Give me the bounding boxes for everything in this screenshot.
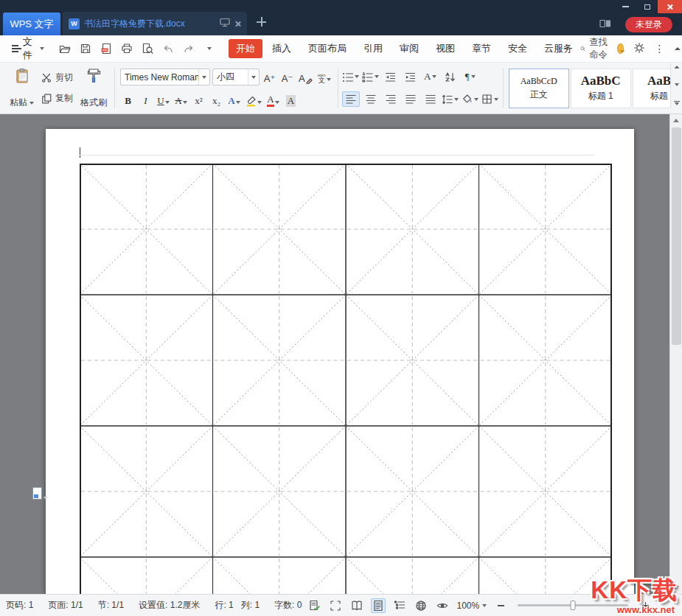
zoom-out-button[interactable] xyxy=(493,598,508,613)
text-tools-button[interactable]: A xyxy=(422,69,439,85)
tab-view[interactable]: 视图 xyxy=(428,39,462,58)
print-preview-button[interactable] xyxy=(139,40,156,57)
clipboard-group: 粘贴 剪切 复制 格式刷 xyxy=(0,63,112,113)
style-card-heading1[interactable]: AaBbC 标题 1 xyxy=(571,69,631,108)
style-preview: AaBbCcD xyxy=(521,76,557,87)
tab-close-icon[interactable] xyxy=(234,21,241,27)
document-page[interactable] xyxy=(46,129,634,594)
style-card-heading2[interactable]: AaBb 标题 2 xyxy=(633,69,670,108)
spellcheck-icon[interactable] xyxy=(309,598,321,613)
close-button[interactable] xyxy=(658,0,682,13)
font-size-dropdown-icon[interactable] xyxy=(248,69,259,85)
status-word-count[interactable]: 字数: 0 xyxy=(274,599,302,612)
align-center-button[interactable] xyxy=(362,91,380,107)
status-section: 节: 1/1 xyxy=(98,599,124,612)
find-command-button[interactable]: 查找命令 xyxy=(580,36,608,61)
zoom-level-button[interactable]: 100% xyxy=(456,601,487,611)
floating-page-icon[interactable] xyxy=(32,487,48,500)
document-tab[interactable]: W 书法田字格免费下载.docx xyxy=(63,12,247,35)
maximize-button[interactable] xyxy=(636,0,658,13)
align-left-button[interactable] xyxy=(342,91,360,107)
pinyin-guide-button[interactable]: wén文 xyxy=(316,69,333,85)
zoom-slider-thumb[interactable] xyxy=(571,601,576,610)
style-card-normal[interactable]: AaBbCcD 正文 xyxy=(509,69,569,108)
eye-protection-icon[interactable] xyxy=(435,598,450,613)
increase-indent-button[interactable] xyxy=(402,69,420,85)
subscript-button[interactable]: x₂ xyxy=(209,92,224,108)
format-painter-button[interactable]: 格式刷 xyxy=(77,64,111,112)
tab-security[interactable]: 安全 xyxy=(501,39,535,58)
bullet-list-button[interactable] xyxy=(342,69,360,85)
tab-references[interactable]: 引用 xyxy=(356,39,390,58)
font-family-combo[interactable]: Times New Roman xyxy=(120,69,210,85)
fullscreen-icon[interactable] xyxy=(328,598,343,613)
login-button[interactable]: 未登录 xyxy=(625,17,672,32)
strikethrough-button[interactable]: A xyxy=(173,92,189,108)
decrease-indent-button[interactable] xyxy=(382,69,400,85)
tab-page-layout[interactable]: 页面布局 xyxy=(301,39,354,58)
decrease-font-button[interactable]: A⁻ xyxy=(279,69,295,85)
line-spacing-button[interactable] xyxy=(442,91,459,107)
wps-app-button[interactable]: WPS 文字 xyxy=(3,13,60,35)
redo-button[interactable] xyxy=(180,40,198,57)
font-size-combo[interactable]: 小四 xyxy=(212,69,260,85)
save-button[interactable] xyxy=(77,40,94,57)
tab-review[interactable]: 审阅 xyxy=(392,39,426,58)
feedback-smiley-icon[interactable] xyxy=(617,43,623,54)
text-effects-button[interactable]: A xyxy=(226,92,242,108)
outline-view-icon[interactable] xyxy=(392,598,407,613)
paste-button[interactable]: 粘贴 xyxy=(6,64,38,112)
page-view-icon[interactable] xyxy=(371,598,386,613)
collapse-ribbon-icon[interactable] xyxy=(675,47,681,50)
superscript-button[interactable]: x² xyxy=(191,92,206,108)
highlight-color-button[interactable] xyxy=(244,92,263,108)
copy-button[interactable]: 复制 xyxy=(39,91,75,106)
more-menu-icon[interactable]: ⋮ xyxy=(655,43,665,54)
open-button[interactable] xyxy=(56,40,74,57)
new-tab-button[interactable] xyxy=(257,17,267,27)
settings-gear-icon[interactable] xyxy=(633,42,645,56)
font-family-dropdown-icon[interactable] xyxy=(198,69,209,85)
tab-cloud[interactable]: 云服务 xyxy=(537,39,580,58)
scrollbar-thumb[interactable] xyxy=(672,127,681,345)
sort-button[interactable] xyxy=(442,69,459,85)
borders-button[interactable] xyxy=(481,91,499,107)
clear-format-button[interactable]: A xyxy=(297,69,314,85)
char-shading-button[interactable]: A xyxy=(283,92,299,108)
tab-insert[interactable]: 插入 xyxy=(265,39,299,58)
print-button[interactable] xyxy=(118,40,136,57)
bold-button[interactable]: B xyxy=(120,92,136,108)
numbered-list-button[interactable] xyxy=(362,69,380,85)
zoom-in-button[interactable] xyxy=(638,598,653,613)
justify-button[interactable] xyxy=(402,91,420,107)
font-color-button[interactable]: A xyxy=(265,92,281,108)
vertical-scrollbar[interactable] xyxy=(669,114,682,594)
window-dock-icon[interactable] xyxy=(599,18,611,31)
minimize-button[interactable] xyxy=(615,0,636,13)
quick-access-more-icon[interactable] xyxy=(201,40,218,57)
gallery-scroll-up-icon[interactable] xyxy=(674,66,679,68)
paste-dropdown-icon xyxy=(29,102,34,105)
shading-button[interactable] xyxy=(462,91,479,107)
read-mode-icon[interactable] xyxy=(349,598,364,613)
italic-button[interactable]: I xyxy=(138,92,153,108)
cut-label: 剪切 xyxy=(55,71,73,84)
file-menu-button[interactable]: 文件 xyxy=(0,35,44,62)
gallery-expand-icon[interactable] xyxy=(674,101,680,106)
zoom-slider[interactable] xyxy=(518,604,628,606)
tab-home[interactable]: 开始 xyxy=(229,39,262,58)
undo-button[interactable] xyxy=(159,40,177,57)
scroll-down-button[interactable] xyxy=(670,581,682,594)
underline-button[interactable]: U xyxy=(156,92,171,108)
web-layout-icon[interactable] xyxy=(414,598,428,613)
distribute-button[interactable] xyxy=(422,91,439,107)
cut-button[interactable]: 剪切 xyxy=(39,70,75,85)
align-right-button[interactable] xyxy=(382,91,400,107)
gallery-scroll-down-icon[interactable] xyxy=(675,83,679,86)
scroll-up-button[interactable] xyxy=(670,114,682,127)
tab-section[interactable]: 章节 xyxy=(464,39,498,58)
show-marks-button[interactable]: ¶ xyxy=(462,69,479,85)
monitor-icon[interactable] xyxy=(220,18,230,29)
increase-font-button[interactable]: A⁺ xyxy=(262,69,277,85)
export-pdf-button[interactable] xyxy=(97,40,115,57)
